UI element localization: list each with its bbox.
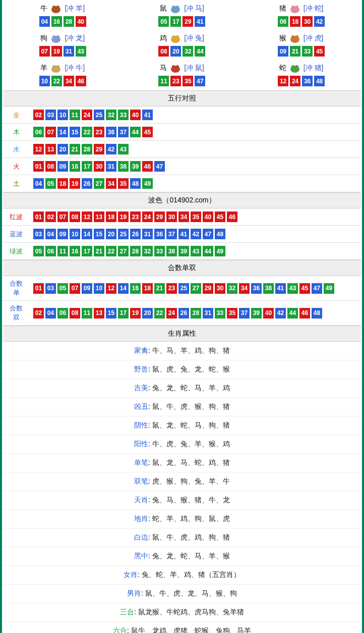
number-chip: 24 [290, 76, 300, 86]
number-chip: 11 [57, 246, 68, 256]
svg-point-17 [295, 35, 298, 38]
number-chip: 37 [118, 127, 129, 137]
number-chip: 41 [195, 16, 205, 27]
zodiac-conflict: [冲 虎] [304, 34, 324, 43]
number-chip: 42 [191, 229, 201, 239]
number-chip: 45 [299, 283, 310, 294]
number-chip: 04 [39, 16, 50, 27]
number-chip: 10 [39, 76, 50, 86]
heshu-table: 合数单0103050709101214161821232527293032343… [3, 276, 361, 326]
attr-key: 白边 [134, 533, 148, 541]
number-chip: 03 [45, 283, 56, 294]
number-chip: 46 [142, 161, 153, 172]
number-chip: 14 [82, 229, 92, 239]
attr-row: 白边: 鼠、牛、虎、鸡、狗、猪 [3, 529, 361, 547]
number-chip: 12 [106, 283, 116, 294]
attr-row: 阴性: 鼠、龙、蛇、马、狗、猪 [3, 416, 361, 435]
zodiac-numbers: 12243648 [241, 76, 361, 86]
number-chip: 48 [312, 308, 322, 319]
number-chip: 40 [203, 212, 213, 222]
zodiac-numbers: 07193143 [3, 46, 123, 57]
number-chip: 43 [287, 283, 298, 294]
zodiac-name: 狗 [40, 34, 47, 43]
attr-value: 兔、马、猴、猪、牛、龙 [152, 496, 230, 504]
horse-icon [168, 63, 183, 74]
zodiac-cell: 鸡[冲 兔]08203244 [123, 31, 242, 61]
number-chip: 13 [45, 144, 56, 154]
row-numbers: 0103050709101214161821232527293032343638… [29, 276, 361, 301]
zodiac-numbers: 04162840 [3, 16, 123, 27]
zodiac-conflict: [冲 马] [184, 4, 204, 13]
attr-key: 双笔 [134, 477, 148, 485]
number-chip: 10 [70, 229, 80, 239]
rooster-icon [168, 33, 183, 44]
number-chip: 02 [45, 212, 56, 222]
attr-key: 黑中 [134, 552, 148, 560]
number-chip: 13 [94, 308, 104, 319]
number-chip: 16 [130, 283, 141, 294]
number-chip: 12 [82, 212, 92, 222]
number-chip: 01 [33, 212, 44, 222]
row-numbers: 0204060811131517192022242628313335373940… [29, 301, 361, 326]
number-chip: 23 [130, 212, 141, 222]
wuxing-table: 金02031011242532334041木060714152223363744… [3, 107, 361, 192]
zodiac-conflict: [冲 牛] [65, 64, 85, 73]
zodiac-cell: 猴[冲 虎]09213345 [241, 31, 361, 61]
svg-point-25 [291, 65, 294, 68]
number-chip: 34 [178, 212, 189, 222]
number-chip: 08 [158, 46, 169, 57]
number-chip: 15 [70, 127, 80, 137]
number-chip: 21 [290, 46, 300, 57]
svg-point-22 [172, 65, 175, 68]
zodiac-cell: 鼠[冲 马]05172941 [123, 1, 242, 31]
attr-key: 家禽 [134, 346, 148, 354]
attr-key: 阳性 [134, 440, 148, 448]
number-chip: 08 [70, 212, 80, 222]
goat-icon [48, 63, 64, 74]
svg-point-2 [56, 6, 59, 9]
table-row: 合数单0103050709101214161821232527293032343… [3, 276, 361, 301]
attr-value: 兔、龙、蛇、马、羊、鸡 [152, 384, 230, 392]
zodiac-name: 鼠 [160, 4, 167, 13]
number-chip: 21 [154, 283, 165, 294]
attr-sep: : [148, 384, 152, 392]
number-chip: 17 [82, 246, 92, 256]
number-chip: 04 [33, 178, 44, 189]
number-chip: 24 [142, 212, 153, 222]
number-chip: 03 [33, 229, 44, 239]
svg-point-4 [172, 6, 175, 9]
number-chip: 22 [106, 246, 116, 256]
attr-key: 单笔 [134, 458, 148, 466]
number-chip: 28 [82, 144, 92, 154]
number-chip: 22 [82, 127, 92, 137]
number-chip: 18 [290, 16, 300, 27]
number-chip: 32 [106, 110, 116, 120]
attr-row: 阳性: 牛、虎、兔、羊、猴、鸡 [3, 435, 361, 454]
number-chip: 44 [203, 246, 213, 256]
number-chip: 17 [118, 308, 129, 319]
number-chip: 36 [154, 229, 165, 239]
number-chip: 43 [76, 46, 86, 57]
number-chip: 48 [215, 229, 225, 239]
zodiac-name: 猴 [279, 34, 286, 43]
number-chip: 08 [70, 308, 80, 319]
number-chip: 23 [166, 283, 177, 294]
number-chip: 26 [178, 308, 189, 319]
number-chip: 15 [94, 229, 104, 239]
number-chip: 01 [33, 283, 44, 294]
rat-icon [168, 3, 183, 14]
number-chip: 40 [130, 110, 141, 120]
number-chip: 10 [94, 283, 104, 294]
row-numbers: 05061116172122272832333839434449 [29, 243, 361, 260]
attr-row: 吉美: 兔、龙、蛇、马、羊、鸡 [3, 379, 361, 398]
zodiac-conflict: [冲 羊] [65, 4, 85, 13]
attr-row: 单笔: 鼠、龙、马、蛇、鸡、猪 [3, 454, 361, 472]
number-chip: 04 [45, 308, 56, 319]
row-label: 红波 [3, 208, 29, 226]
attr-key: 天肖 [134, 496, 148, 504]
number-chip: 22 [51, 76, 62, 86]
number-chip: 20 [142, 308, 153, 319]
zodiac-numbers: 08203244 [123, 46, 242, 57]
number-chip: 31 [64, 46, 74, 57]
attr-sep: : [148, 440, 152, 448]
